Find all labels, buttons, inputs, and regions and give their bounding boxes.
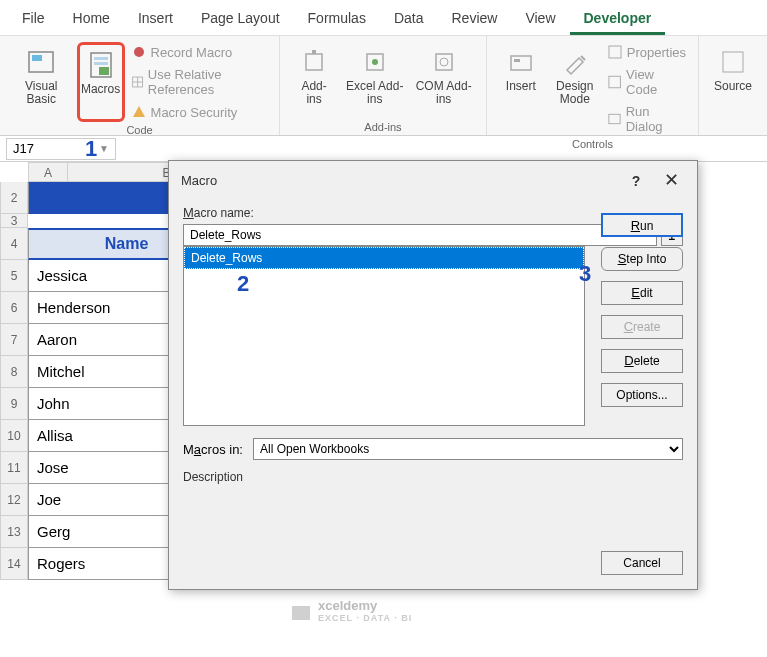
run-dialog-button[interactable]: Run Dialog: [605, 102, 688, 136]
svg-rect-20: [609, 114, 620, 123]
step-into-button[interactable]: Step Into: [601, 247, 683, 271]
help-button[interactable]: ?: [632, 173, 641, 189]
description-label: Description: [183, 470, 683, 484]
svg-rect-21: [723, 52, 743, 72]
macro-security-button[interactable]: Macro Security: [129, 102, 270, 122]
tab-formulas[interactable]: Formulas: [294, 4, 380, 35]
row-header[interactable]: 10: [0, 420, 28, 452]
properties-icon: [607, 44, 623, 60]
macros-icon: [85, 49, 117, 81]
row-header[interactable]: 4: [0, 228, 28, 260]
macros-button[interactable]: Macros: [77, 42, 125, 122]
addins-button[interactable]: Add-ins: [290, 42, 338, 119]
design-icon: [559, 46, 591, 78]
group-xml: Source: [699, 36, 767, 135]
svg-rect-14: [436, 54, 452, 70]
watermark-icon: [290, 600, 312, 622]
row-header[interactable]: 5: [0, 260, 28, 292]
tab-file[interactable]: File: [8, 4, 59, 35]
relative-refs-button[interactable]: Use Relative References: [129, 65, 270, 99]
tab-review[interactable]: Review: [438, 4, 512, 35]
col-a[interactable]: A: [28, 162, 68, 182]
macro-name-input[interactable]: [183, 224, 657, 246]
svg-rect-5: [99, 67, 109, 75]
properties-button[interactable]: Properties: [605, 42, 688, 62]
delete-button[interactable]: Delete: [601, 349, 683, 373]
tab-view[interactable]: View: [511, 4, 569, 35]
macros-in-label: Macros in:: [183, 442, 243, 457]
row-header[interactable]: 14: [0, 548, 28, 580]
row-header[interactable]: 13: [0, 516, 28, 548]
tab-data[interactable]: Data: [380, 4, 438, 35]
row-header[interactable]: 7: [0, 324, 28, 356]
tab-home[interactable]: Home: [59, 4, 124, 35]
ribbon: Visual Basic Macros Record Macro Use Rel…: [0, 36, 767, 136]
macros-in-select[interactable]: All Open Workbooks: [253, 438, 683, 460]
run-button[interactable]: Run: [601, 213, 683, 237]
svg-rect-17: [514, 59, 520, 62]
svg-rect-4: [94, 62, 108, 65]
ribbon-tabs: File Home Insert Page Layout Formulas Da…: [0, 0, 767, 36]
watermark: xceldemy EXCEL · DATA · BI: [290, 598, 412, 623]
svg-point-13: [372, 59, 378, 65]
row-header[interactable]: 11: [0, 452, 28, 484]
row-header[interactable]: 6: [0, 292, 28, 324]
annotation-1: 1: [85, 136, 97, 162]
excel-addins-icon: [359, 46, 391, 78]
record-icon: [131, 44, 147, 60]
close-icon[interactable]: ✕: [658, 170, 685, 190]
cancel-button[interactable]: Cancel: [601, 551, 683, 575]
visual-basic-icon: [25, 46, 57, 78]
macro-dialog: Macro ? ✕ Macro name: ↥ Delete_Rows Macr…: [168, 160, 698, 590]
warning-icon: [131, 104, 147, 120]
svg-rect-18: [609, 46, 621, 58]
insert-control-icon: [505, 46, 537, 78]
list-item[interactable]: Delete_Rows: [184, 247, 584, 269]
create-button: Create: [601, 315, 683, 339]
svg-rect-11: [312, 50, 316, 54]
com-addins-button[interactable]: COM Add-ins: [411, 42, 475, 119]
svg-rect-22: [292, 606, 310, 620]
annotation-2: 2: [237, 271, 249, 297]
name-box[interactable]: J17 ▼: [6, 138, 116, 160]
excel-addins-button[interactable]: Excel Add-ins: [342, 42, 407, 119]
row-header[interactable]: 8: [0, 356, 28, 388]
chevron-down-icon[interactable]: ▼: [99, 143, 109, 154]
group-controls: Insert Design Mode Properties View Code …: [487, 36, 699, 135]
edit-button[interactable]: Edit: [601, 281, 683, 305]
view-code-button[interactable]: View Code: [605, 65, 688, 99]
tab-insert[interactable]: Insert: [124, 4, 187, 35]
design-mode-button[interactable]: Design Mode: [549, 42, 601, 136]
svg-rect-3: [94, 57, 108, 60]
row-header[interactable]: 3: [0, 214, 28, 228]
formula-bar-row: J17 ▼: [0, 136, 767, 162]
svg-rect-10: [306, 54, 322, 70]
svg-rect-16: [511, 56, 531, 70]
dialog-title: Macro: [181, 173, 217, 188]
source-button[interactable]: Source: [709, 42, 757, 133]
row-header[interactable]: 2: [0, 182, 28, 214]
tab-pagelayout[interactable]: Page Layout: [187, 4, 294, 35]
svg-rect-19: [609, 76, 620, 87]
insert-control-button[interactable]: Insert: [497, 42, 545, 136]
svg-point-15: [440, 58, 448, 66]
svg-rect-1: [32, 55, 42, 61]
record-macro-button[interactable]: Record Macro: [129, 42, 270, 62]
dialog-titlebar: Macro ? ✕: [169, 161, 697, 199]
svg-point-6: [134, 47, 144, 57]
code-icon: [607, 74, 622, 90]
annotation-3: 3: [579, 261, 591, 287]
addins-icon: [298, 46, 330, 78]
row-header[interactable]: 9: [0, 388, 28, 420]
com-addins-icon: [428, 46, 460, 78]
tab-developer[interactable]: Developer: [570, 4, 666, 35]
group-addins: Add-ins Excel Add-ins COM Add-ins Add-in…: [280, 36, 487, 135]
grid-icon: [131, 74, 144, 90]
row-header[interactable]: 12: [0, 484, 28, 516]
dialog-icon: [607, 111, 622, 127]
group-code: Visual Basic Macros Record Macro Use Rel…: [0, 36, 280, 135]
options-button[interactable]: Options...: [601, 383, 683, 407]
visual-basic-button[interactable]: Visual Basic: [10, 42, 73, 122]
source-icon: [717, 46, 749, 78]
